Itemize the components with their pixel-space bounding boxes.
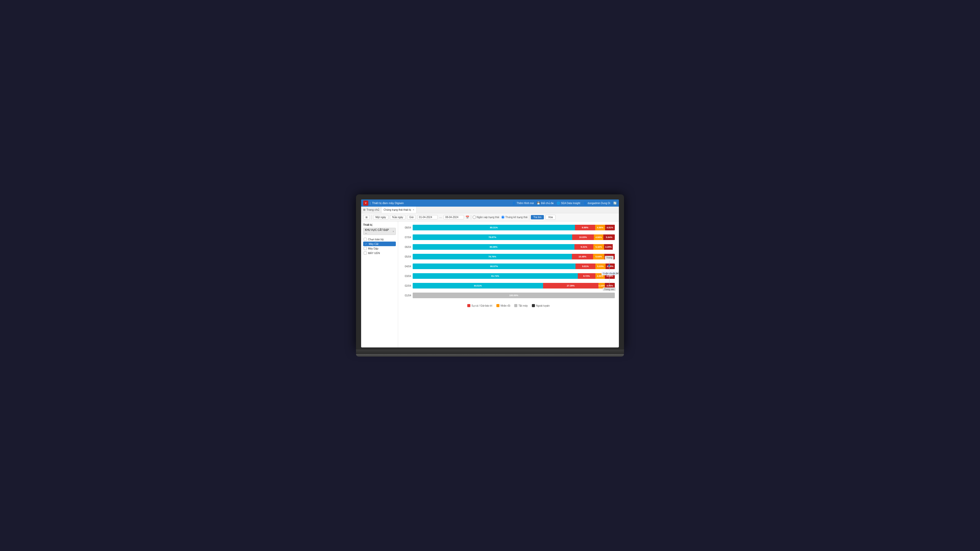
title-bar: V | Thiết bị đám mây Digiwin 👤 Thêm Hình… [361,200,619,206]
sidebar-item-may-cat[interactable]: ✓ Máy Cắt [363,241,396,246]
action-change-theme[interactable]: 💾 Đổi chủ đề [537,202,554,205]
chart-row-label: 04/04 [402,265,411,268]
sidebar-filter-tag: KHU VỰC CẮT ĐẬP ... × [363,228,396,235]
btn-half-day[interactable]: Nửa ngày [390,215,406,219]
action-user[interactable]: 👤 dungadmin Dung Di [584,202,610,205]
chart-row-label: 02/04 [402,284,411,287]
sidebar-item-may-uon[interactable]: MÁY UỐN [363,251,396,256]
radio-stack-input[interactable] [473,216,476,219]
btn-search[interactable]: Tra tìm [531,215,544,219]
bar-segment-orange: 5.32% [593,244,604,250]
chart-row: 07/0478.87%10.83%4.66%5.64% [402,233,615,241]
scroll-hint: Trang Cuộn chuột để kiểm tra Trang sau [601,256,617,291]
action-add-watermark[interactable]: 👤 Thêm Hình mờ [512,202,534,205]
refresh-icon: 🔄 [613,202,617,205]
bar-segment-dark-red: 5.64% [603,234,615,240]
bar-container[interactable]: 80.57%9.81%5.03%4.59% [413,264,615,269]
chart-row: 03/0481.74%8.72%4.66%4.98% [402,272,615,279]
bar-segment-red: 10.48% [572,254,593,259]
radio-stats-input[interactable] [501,216,504,219]
bar-container[interactable]: 80.08%9.31%5.32%4.28% [413,244,615,250]
laptop-bottom [356,354,624,357]
laptop-screen: V | Thiết bị đám mây Digiwin 👤 Thêm Hình… [361,200,619,348]
legend-color-box [496,304,500,307]
legend-label: Tắt máy [518,304,528,307]
filter-tag-text: KHU VỰC CẮT ĐẬP ... [365,229,391,234]
bar-segment-red: 8.72% [578,273,595,279]
btn-one-day[interactable]: Một ngày [373,215,388,219]
sidebar-item-may-dap[interactable]: Máy Dập [363,246,396,251]
tab-home[interactable]: ⊞ Trang chủ [361,206,382,213]
legend-color-box [514,304,517,307]
radio-stack[interactable]: Ngăn xếp trạng thái [473,216,499,219]
legend-label: Sự cố / Giờ báo trì [471,304,492,307]
sidebar-title: Thiết bị [363,224,396,226]
chart-row-label: 08/04 [402,226,411,229]
chart-row: 08/0480.31%9.99%4.88%4.81% [402,224,615,231]
chart-row-label: 03/04 [402,275,411,278]
toolbar-divider-1 [371,215,372,220]
radio-stats-label: Thống kê trạng thái [505,216,528,219]
user-icon: 👤 [584,202,587,205]
chart-area: 08/0480.31%9.99%4.88%4.81%07/0478.87%10.… [398,221,619,348]
bar-segment-red: 9.81% [576,264,595,269]
date-from-input[interactable] [417,215,438,219]
checkbox-may-uon[interactable] [364,251,367,254]
btn-grid[interactable]: ⊞ [363,215,370,219]
home-tab-label: Trang chủ [366,208,379,211]
laptop-container: V | Thiết bị đám mây Digiwin 👤 Thêm Hình… [356,194,624,357]
checkbox-may-cat[interactable]: ✓ [364,242,368,245]
legend-color-box [532,304,535,307]
main-content: Thiết bị KHU VỰC CẮT ĐẬP ... × Chọn toàn… [361,221,619,348]
filter-tag-close[interactable]: × [393,230,394,233]
scroll-line-2 [609,276,609,286]
bar-container[interactable]: 78.76%10.48%5.64%5.12% [413,254,615,259]
date-to-input[interactable] [444,215,464,219]
btn-delete[interactable]: Xóa [546,215,555,220]
checkbox-may-dap[interactable] [364,247,367,250]
bar-segment-cyan: 78.76% [413,254,572,259]
radio-group: Ngăn xếp trạng thái Thống kê trạng thái [473,216,528,219]
action-sea-data-insight[interactable]: 🌐 SEA Data Insight [557,202,580,205]
chart-row-label: 01/04 [402,294,411,297]
data-icon: 🌐 [557,202,560,205]
action-refresh[interactable]: 🔄 [613,202,617,205]
legend-item: Ngoài tuyến [532,304,550,307]
app-title: Thiết bị đám mây Digiwin [372,202,512,205]
bar-container[interactable]: 100.00% [413,292,615,298]
checkbox-all[interactable] [364,238,367,241]
chart-row-label: 07/04 [402,236,411,239]
bar-segment-orange: 4.66% [594,234,603,240]
bar-segment-cyan: 78.87% [413,234,572,240]
scroll-line [609,260,609,271]
bar-segment-dark-red: 4.81% [605,225,615,230]
bar-container[interactable]: 64.51%27.39%3.16%4.95% [413,283,615,289]
chart-legend: Sự cố / Giờ báo trìNhân rỗiTắt máyNgoài … [402,302,615,307]
legend-label: Nhân rỗi [501,304,510,307]
tab-close-icon[interactable]: × [413,208,414,211]
chart-row: 02/0464.51%27.39%3.16%4.95% [402,282,615,289]
bar-segment-cyan: 81.74% [413,273,578,279]
radio-stack-label: Ngăn xếp trạng thái [477,216,499,219]
chart-row-label: 06/04 [402,246,411,248]
sidebar: Thiết bị KHU VỰC CẮT ĐẬP ... × Chọn toàn… [361,221,398,348]
tab-active[interactable]: Chồng trạng thái thiết bị × [382,206,417,213]
legend-item: Tắt máy [514,304,528,307]
sidebar-item-all[interactable]: Chọn toàn bộ [363,237,396,241]
theme-icon: 💾 [537,202,540,205]
bar-container[interactable]: 80.31%9.99%4.88%4.81% [413,225,615,230]
sidebar-item-may-cat-label: Máy Cắt [369,243,379,245]
bar-segment-dark-red: 4.28% [604,244,613,250]
screen-bezel: V | Thiết bị đám mây Digiwin 👤 Thêm Hình… [356,194,624,349]
bar-container[interactable]: 81.74%8.72%4.66%4.98% [413,273,615,279]
bar-container[interactable]: 78.87%10.83%4.66%5.64% [413,234,615,240]
toolbar: ⊞ Một ngày Nửa ngày Giờ — 📅 Ngăn xếp trạ… [361,213,619,221]
legend-color-box [467,304,470,307]
chart-row: 04/0480.57%9.81%5.03%4.59% [402,263,615,270]
scroll-tag-top: Trang [605,256,613,259]
bar-segment-red: 27.39% [543,283,598,289]
scroll-tag-bottom: Trang sau [603,287,616,291]
btn-hour[interactable]: Giờ [407,215,416,219]
app-logo: V [363,200,368,206]
radio-stats[interactable]: Thống kê trạng thái [501,216,528,219]
